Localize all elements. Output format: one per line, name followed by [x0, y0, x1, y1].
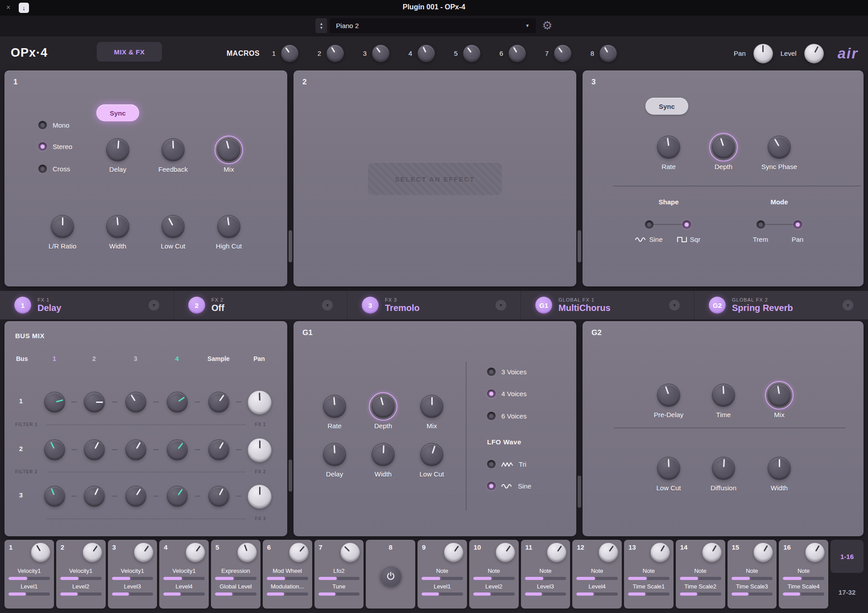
level-bar[interactable]	[112, 592, 153, 596]
low-cut-knob-group[interactable]: Low Cut	[642, 457, 695, 492]
macro-3[interactable]: 3	[360, 45, 406, 62]
macro-2-knob[interactable]	[327, 45, 344, 62]
low-cut-knob[interactable]	[420, 443, 443, 466]
level-bar[interactable]	[525, 592, 566, 596]
mix-fx-page-button[interactable]: MIX & FX	[97, 42, 162, 62]
lr-ratio-knob[interactable]	[51, 215, 74, 238]
width-knob-group[interactable]: Width	[752, 457, 806, 492]
lfo-sine-radio[interactable]: Sine	[487, 482, 531, 490]
rate-knob[interactable]	[657, 136, 680, 159]
global-fx-slot-2[interactable]: G2 Global FX 2 Spring Reverb ▾	[694, 291, 868, 319]
cell-knob[interactable]	[186, 543, 205, 562]
level-bar[interactable]	[576, 577, 618, 580]
level-bar[interactable]	[680, 577, 721, 580]
mix-knob[interactable]	[420, 395, 443, 418]
macro-cell-10[interactable]: 10 NoteLevel2	[469, 540, 519, 609]
preset-stepper[interactable]: ▲ ▼	[315, 18, 327, 33]
macro-6-knob[interactable]	[508, 45, 526, 62]
radio-circle[interactable]	[487, 482, 496, 490]
power-button[interactable]	[380, 565, 402, 587]
bus2-send1-knob[interactable]	[44, 439, 65, 460]
lr-ratio-knob-group[interactable]: L/R Ratio	[36, 215, 89, 250]
depth-knob-group[interactable]: Depth	[356, 395, 410, 430]
chevron-down-icon[interactable]: ▾	[322, 300, 333, 311]
stepper-down-icon[interactable]: ▼	[319, 26, 323, 30]
cell-knob[interactable]	[134, 543, 153, 562]
level-bar[interactable]	[215, 577, 256, 580]
macro-2[interactable]: 2	[315, 45, 360, 62]
macro-cell-16[interactable]: 16 NoteTime Scale4	[779, 540, 828, 609]
voices-4-radio[interactable]: 4 Voices	[487, 389, 527, 398]
chevron-down-icon[interactable]: ▾	[843, 300, 853, 311]
pan-option[interactable]: Pan	[775, 236, 820, 243]
radio-circle[interactable]	[487, 412, 496, 420]
fx-slot-2[interactable]: 2 FX 2 Off ▾	[174, 291, 347, 319]
high-cut-knob-group[interactable]: High Cut	[202, 215, 256, 250]
chevron-down-icon[interactable]: ▾	[496, 300, 506, 311]
low-cut-knob[interactable]	[657, 457, 680, 480]
level-bar[interactable]	[422, 577, 463, 580]
macro-8[interactable]: 8	[588, 45, 633, 62]
mix-knob[interactable]	[217, 138, 240, 162]
chevron-down-icon[interactable]: ▾	[669, 300, 680, 311]
level-bar[interactable]	[318, 577, 360, 580]
level-bar[interactable]	[112, 577, 153, 580]
pre-delay-knob-group[interactable]: Pre-Delay	[642, 384, 695, 418]
width-knob-group[interactable]: Width	[91, 215, 145, 250]
page-17-32-button[interactable]: 17-32	[831, 576, 864, 609]
macro-cell-9[interactable]: 9 NoteLevel1	[417, 540, 467, 609]
depth-knob[interactable]	[372, 395, 395, 418]
fx-slot-3[interactable]: 3 FX 3 Tremolo ▾	[347, 291, 521, 319]
bus3-send3-knob[interactable]	[125, 486, 146, 507]
global-fx-slot-1[interactable]: G1 Global FX 1 MultiChorus ▾	[521, 291, 694, 319]
bus3-send2-knob[interactable]	[84, 486, 105, 507]
macro-cell-8[interactable]: 8	[366, 540, 415, 609]
diffusion-knob[interactable]	[712, 457, 735, 480]
level-bar[interactable]	[576, 592, 618, 596]
feedback-knob[interactable]	[161, 138, 185, 162]
panel-scroll-handle[interactable]	[578, 476, 581, 508]
bus1-sample-knob[interactable]	[208, 392, 229, 413]
level-bar[interactable]	[8, 592, 50, 596]
cell-knob[interactable]	[702, 543, 722, 562]
level-bar[interactable]	[732, 592, 773, 596]
level-bar[interactable]	[215, 592, 256, 596]
cell-knob[interactable]	[650, 543, 670, 562]
level-bar[interactable]	[783, 592, 824, 596]
level-bar[interactable]	[8, 577, 50, 580]
radio-circle[interactable]	[38, 142, 47, 151]
col-header-4[interactable]: 4	[164, 355, 190, 362]
macro-5[interactable]: 5	[451, 45, 497, 62]
delay-knob-group[interactable]: Delay	[91, 138, 145, 173]
level-bar[interactable]	[60, 577, 102, 580]
mix-knob-group[interactable]: Mix	[752, 384, 806, 418]
panel-scroll-handle[interactable]	[289, 230, 292, 262]
level-bar[interactable]	[422, 592, 463, 596]
radio-circle[interactable]	[487, 368, 496, 376]
sync-phase-knob[interactable]	[768, 136, 791, 159]
depth-knob-group[interactable]: Depth	[697, 136, 750, 170]
width-knob[interactable]	[372, 443, 395, 466]
sqr-option[interactable]: Sqr	[666, 236, 711, 243]
level-bar[interactable]	[163, 592, 205, 596]
fx-slot-1[interactable]: 1 FX 1 Delay ▾	[0, 291, 174, 319]
low-cut-knob-group[interactable]: Low Cut	[146, 215, 200, 250]
bus1-send4-knob[interactable]	[167, 392, 188, 413]
macro-6[interactable]: 6	[497, 45, 542, 62]
pre-delay-knob[interactable]	[657, 384, 680, 407]
bus2-send3-knob[interactable]	[125, 439, 146, 460]
high-cut-knob[interactable]	[217, 215, 240, 238]
mix-knob-group[interactable]: Mix	[405, 395, 459, 430]
macro-4-knob[interactable]	[417, 45, 435, 62]
width-knob-group[interactable]: Width	[356, 443, 410, 478]
level-knob[interactable]	[804, 44, 824, 63]
macro-cell-11[interactable]: 11 NoteLevel3	[521, 540, 570, 609]
cell-knob[interactable]	[83, 543, 102, 562]
col-header-2[interactable]: 2	[81, 355, 107, 362]
shape-sine-radio[interactable]	[645, 220, 653, 229]
level-bar[interactable]	[783, 577, 824, 580]
level-bar[interactable]	[732, 577, 773, 580]
macro-cell-2[interactable]: 2 Velocity1Level2	[56, 540, 106, 609]
bus2-sample-knob[interactable]	[208, 439, 229, 460]
mix-knob[interactable]	[768, 384, 791, 407]
